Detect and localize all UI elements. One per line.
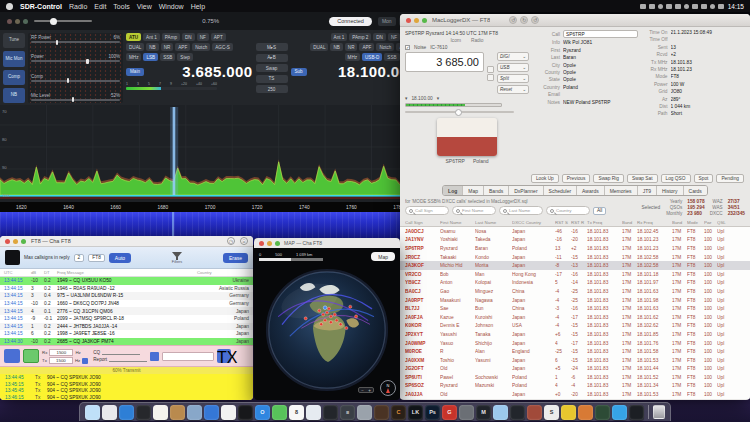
column-header-band[interactable]: Band [622, 220, 637, 225]
swap-sat-button[interactable]: Swap Sat [627, 174, 658, 183]
close-button[interactable] [7, 19, 12, 24]
close-button[interactable] [406, 18, 411, 23]
vfo-dual-button[interactable]: DUAL [126, 43, 144, 51]
minimize-button[interactable] [15, 19, 20, 24]
tab-memories[interactable]: Memories [605, 186, 638, 195]
menu-item-tools[interactable]: Tools [113, 3, 129, 10]
link-radio[interactable]: Radio [471, 38, 484, 43]
field-value-path[interactable]: Short [671, 111, 746, 116]
field-value-mode[interactable]: FT8 [671, 74, 746, 79]
decode-row[interactable]: 13:44:15-100.21949 ~ CQ UX5UU KO50Ukrain… [0, 277, 253, 285]
dock-icon-sky-app[interactable] [493, 405, 508, 420]
report-field[interactable] [109, 357, 147, 362]
field-value-county[interactable]: Opole [563, 70, 638, 75]
tab-scheduler[interactable]: Scheduler [544, 186, 578, 195]
vfo-mid-a-b-button[interactable]: A▸B [256, 54, 288, 62]
menu-item-edit[interactable]: Edit [94, 3, 106, 10]
timer-icon[interactable]: ◷ [227, 237, 235, 245]
column-header-rst-s[interactable]: RST S [555, 220, 571, 225]
vfo-main-button[interactable]: Main [126, 68, 144, 76]
dock-icon-eightball[interactable]: 8 [289, 405, 304, 420]
close-button[interactable] [5, 239, 10, 244]
table-row[interactable]: JA1YNVYoshiakiTakedaJapan-16-2018.101.83… [400, 236, 750, 245]
pending-button[interactable]: Pending [716, 174, 744, 183]
connect-button[interactable]: Connected [329, 17, 372, 26]
tx-freq-field[interactable]: 1500 [49, 357, 73, 364]
map-mode-button[interactable]: Map [371, 252, 395, 261]
sync-button-icon[interactable]: ↺ [531, 16, 539, 24]
column-header-dxcc-country[interactable]: DXCC Country [512, 220, 555, 225]
slider-knob[interactable] [86, 59, 89, 64]
dock-icon-black-app[interactable] [238, 405, 253, 420]
column-header-rst-r[interactable]: RST R [571, 220, 587, 225]
vfo-nr-button[interactable]: NR [161, 43, 174, 51]
table-row[interactable]: JR0CZTakaakiKondoJapan-11-1518.101.8317M… [400, 253, 750, 262]
table-row[interactable]: K0KORDennis EJohnsonUSA-4-1518.101.8317M… [400, 322, 750, 331]
dock-icon-gray-app[interactable] [357, 405, 372, 420]
slider-comp-track[interactable] [31, 80, 120, 82]
dock-icon-s-app[interactable]: S [544, 405, 559, 420]
swap-rig-button[interactable]: Swap Rig [593, 174, 624, 183]
mode-select[interactable]: FT8 [88, 254, 105, 262]
table-row[interactable]: JA3KOFMichio HidMoritaJapan-8-1318.101.8… [400, 261, 750, 270]
tx-now-button[interactable]: TX [217, 349, 231, 363]
tab-bands[interactable]: Bands [484, 186, 509, 195]
slider-knob[interactable] [56, 40, 59, 45]
table-row[interactable]: JP2XYTYasushiTanakaJapan+6-1518.101.8317… [400, 330, 750, 339]
vfo-nf-button[interactable]: NF [388, 33, 400, 41]
decode-row[interactable]: 13:44:1560.21998 ~ JA9FET JE8SE -16Japan [0, 330, 253, 338]
zoom-button[interactable] [422, 18, 427, 23]
dock-icon-notes[interactable] [153, 405, 168, 420]
rotate-button-icon[interactable]: ↺ [509, 16, 517, 24]
table-row[interactable]: JA0RPTMasakuniNagawaJapan-4-2518.101.831… [400, 296, 750, 305]
zoom-button[interactable] [21, 239, 26, 244]
vfo-dn-button[interactable]: DN [373, 33, 386, 41]
field-value-az[interactable]: 289° [671, 97, 746, 102]
column-header-pwr[interactable]: Pwr [704, 220, 717, 225]
look-up-button[interactable]: Look Up [531, 174, 559, 183]
vfo-dual-button[interactable]: DUAL [310, 43, 328, 51]
af-gain-slider[interactable] [34, 20, 92, 22]
table-row[interactable]: SP6TRPRyszardBaranPoland13+218.101.8317M… [400, 244, 750, 253]
field-value-state[interactable]: Opole [563, 77, 638, 82]
previous-button[interactable]: Previous [562, 174, 591, 183]
message-button[interactable] [150, 352, 159, 361]
table-row[interactable]: SP6SOZRyszardMazurskiPoland4-418.101.831… [400, 382, 750, 391]
dock-icon-photos[interactable] [221, 405, 236, 420]
apple-menu-icon[interactable] [6, 3, 13, 10]
tx-log-row[interactable]: 13:45:45Tx904 ~ CQ SP9XUK JO90 [0, 388, 253, 395]
dock-icon-m-app[interactable]: M [476, 405, 491, 420]
sdr-nb-button[interactable]: NB [3, 88, 25, 103]
vfo-pamp-2-button[interactable]: PAmp 2 [349, 33, 371, 41]
vfo-mid-swap-button[interactable]: Swap [256, 64, 288, 72]
dock-icon-bird-app[interactable] [612, 405, 627, 420]
field-value-info[interactable]: Wlk Pol JO81 [563, 40, 638, 45]
slider-mic-level-track[interactable] [31, 99, 120, 101]
table-row[interactable]: JG2OFTOldJapan+5-2418.101.8317M18.101.44… [400, 365, 750, 374]
field-value-city[interactable]: Opole [563, 63, 638, 68]
table-row[interactable]: JA0OCJOsamuNosaJapan-46-1618.101.8317M18… [400, 227, 750, 236]
globe-icon[interactable]: ☉ [240, 237, 248, 245]
dock-icon-opera[interactable]: O [255, 405, 270, 420]
field-value-tx-mhz[interactable]: 18.101.83 [671, 60, 746, 65]
dock-icon-green-app[interactable] [272, 405, 287, 420]
field-value-rcvd[interactable]: +2 [671, 52, 746, 57]
vfo-pamp-button[interactable]: PAmp [162, 33, 180, 41]
status-control-center-icon[interactable] [718, 4, 724, 9]
menu-item-sdr-control[interactable]: SDR-Control [20, 3, 62, 10]
vfo-apf-button[interactable]: APF [175, 43, 190, 51]
field-value-dist[interactable]: 1 044 km [671, 104, 746, 109]
vfo-agc-s-button[interactable]: AGC-S [212, 43, 233, 51]
dock-icon-preview[interactable] [187, 405, 202, 420]
tab-awards[interactable]: Awards [577, 186, 605, 195]
filter-input-country[interactable]: Country [546, 206, 590, 215]
dock-icon-camera-app[interactable] [459, 405, 474, 420]
logger-digi-select[interactable]: DIGI⌄ [497, 52, 529, 61]
tx-log-row[interactable]: 13:45:15Tx904 ~ CQ SP9XUK JO90 [0, 381, 253, 388]
column-header-call-sign[interactable]: Call Sign [405, 220, 440, 225]
decode-row[interactable]: 13:44:1530.4975 ~ UA3LNM DL6NDW R-15Germ… [0, 292, 253, 300]
dock-icon-hand-app[interactable] [527, 405, 542, 420]
cq-field[interactable] [102, 350, 140, 355]
decode-row[interactable]: 13:44:1510.22444 ~ JH7BDS JA0JJA -14Japa… [0, 323, 253, 331]
rx-freq-field[interactable]: 1500 [49, 349, 73, 356]
